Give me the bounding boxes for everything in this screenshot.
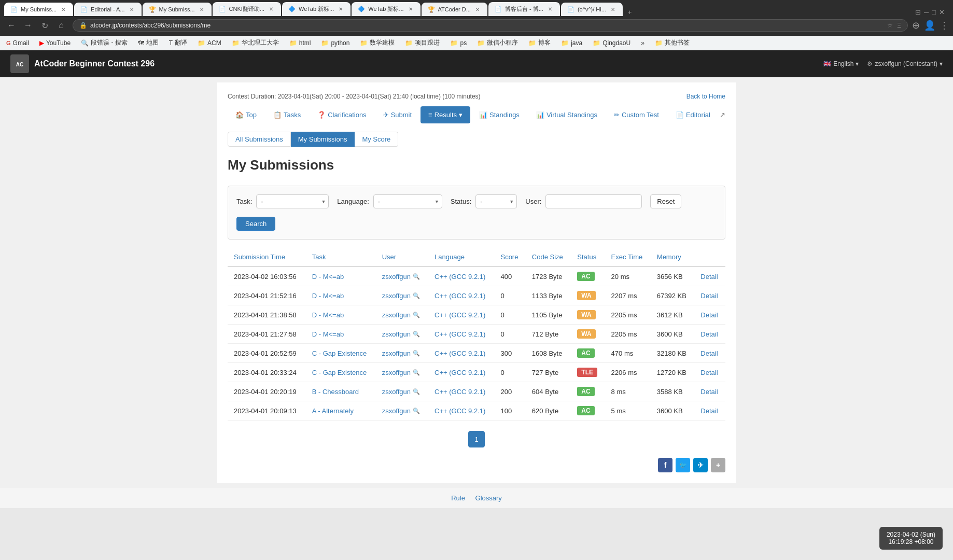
bookmark-python[interactable]: 📁 python [319,38,352,48]
reset-button[interactable]: Reset [650,194,681,208]
back-to-home-link[interactable]: Back to Home [686,93,725,100]
minimize-button[interactable]: ─ [924,8,929,16]
user-link[interactable]: zsxoffgun [382,311,411,319]
tab-close-button[interactable]: ✕ [60,6,67,13]
bookmark-blog[interactable]: 📁 博客 [526,37,553,48]
tab-editorial[interactable]: 📄 Editorial - A... ✕ [74,3,141,16]
bookmark-java[interactable]: 📁 java [559,38,584,48]
tab-wetab1[interactable]: 🔷 WeTab 新标... ✕ [282,2,351,16]
bookmark-more[interactable]: » [639,38,647,48]
user-filter-input[interactable] [545,194,642,208]
language-selector[interactable]: 🇬🇧 English ▾ [823,60,859,67]
tab-cnki[interactable]: 📄 CNKI翻译助... ✕ [213,2,281,16]
user-search-icon[interactable]: 🔍 [413,292,420,299]
detail-link[interactable]: Detail [700,330,718,338]
bookmark-ps[interactable]: 📁 ps [448,38,469,48]
task-link[interactable]: A - Alternately [312,407,354,415]
detail-link[interactable]: Detail [700,388,718,396]
user-link[interactable]: zsxoffgun [382,273,411,281]
nav-standings[interactable]: 📊 Standings [471,106,527,123]
language-link[interactable]: C++ (GCC 9.2.1) [435,369,485,376]
profile-button[interactable]: 👤 [924,20,935,31]
language-link[interactable]: C++ (GCC 9.2.1) [435,273,485,281]
nav-virtual-standings[interactable]: 📊 Virtual Standings [528,106,605,123]
language-filter-select[interactable]: - C++ (GCC 9.2.1) [373,194,442,208]
language-link[interactable]: C++ (GCC 9.2.1) [435,407,485,415]
page-1-button[interactable]: 1 [468,431,485,447]
bookmark-gmail[interactable]: G Gmail [4,38,31,48]
home-button[interactable]: ⌂ [54,18,68,33]
language-link[interactable]: C++ (GCC 9.2.1) [435,388,485,396]
new-tab-button[interactable]: + [624,8,636,16]
user-search-icon[interactable]: 🔍 [413,388,420,395]
footer-glossary-link[interactable]: Glossary [475,494,502,502]
bookmark-html[interactable]: 📁 html [287,38,313,48]
tab-hi[interactable]: 📄 (o^v^)/ Hi... ✕ [561,3,623,16]
user-search-icon[interactable]: 🔍 [413,408,420,414]
user-search-icon[interactable]: 🔍 [413,350,420,357]
tab-close-button[interactable]: ✕ [268,6,275,13]
menu-button[interactable]: ⋮ [940,20,949,31]
nav-editorial[interactable]: 📄 Editorial [668,106,718,123]
tab-close-button[interactable]: ✕ [337,6,344,13]
tab-close-button[interactable]: ✕ [407,6,414,13]
extensions-button[interactable]: ⊕ [912,20,920,31]
bookmark-search[interactable]: 🔍 段错误 - 搜索 [79,37,130,48]
bookmark-star-icon[interactable]: ☆ [887,22,893,29]
user-search-icon[interactable]: 🔍 [413,273,420,280]
detail-link[interactable]: Detail [700,311,718,319]
detail-link[interactable]: Detail [700,349,718,357]
bookmark-youtube[interactable]: ▶ YouTube [37,38,73,48]
search-button[interactable]: Search [236,217,275,231]
reader-mode-icon[interactable]: Ξ [897,22,901,29]
detail-link[interactable]: Detail [700,407,718,415]
refresh-button[interactable]: ↻ [37,18,52,33]
bookmark-university[interactable]: 📁 华北理工大学 [230,37,281,48]
close-window-button[interactable]: ✕ [939,8,945,16]
task-link[interactable]: D - M<=ab [312,311,344,319]
bookmark-wechat[interactable]: 📁 微信小程序 [475,37,520,48]
forward-button[interactable]: → [21,18,35,33]
tab-blog-admin[interactable]: 📄 博客后台 - 博... ✕ [488,2,560,16]
user-search-icon[interactable]: 🔍 [413,369,420,376]
nav-clarifications[interactable]: ❓ Clarifications [310,106,374,123]
nav-tasks[interactable]: 📋 Tasks [265,106,309,123]
status-filter-select[interactable]: - AC WA TLE RE CE [475,194,517,208]
tab-my-submissions[interactable]: 📄 My Submiss... ✕ [4,3,73,16]
detail-link[interactable]: Detail [700,273,718,281]
user-link[interactable]: zsxoffgun [382,349,411,357]
bookmark-maps[interactable]: 🗺 地图 [136,37,161,48]
tab-close-button[interactable]: ✕ [546,6,554,13]
footer-rule-link[interactable]: Rule [451,494,465,502]
atcoder-logo[interactable]: AC AtCoder Beginner Contest 296 [10,54,155,73]
back-button[interactable]: ← [4,18,19,33]
bookmark-acm[interactable]: 📁 ACM [195,38,223,48]
bookmark-math[interactable]: 📁 数学建模 [358,37,397,48]
task-link[interactable]: B - Chessboard [312,388,359,396]
twitter-share-button[interactable]: 🐦 [676,458,690,472]
bookmark-projects[interactable]: 📁 项目跟进 [403,37,442,48]
nav-custom-test[interactable]: ✏ Custom Test [606,106,667,123]
tab-atcoder-d[interactable]: 🏆 ATCoder D... ✕ [422,3,487,16]
tab-all-submissions[interactable]: All Submissions [228,132,291,147]
task-link[interactable]: D - M<=ab [312,330,344,338]
user-search-icon[interactable]: 🔍 [413,312,420,318]
task-link[interactable]: D - M<=ab [312,292,344,300]
telegram-share-button[interactable]: ✈ [693,458,708,472]
user-link[interactable]: zsxoffgun [382,292,411,300]
user-link[interactable]: zsxoffgun [382,388,411,396]
tab-close-button[interactable]: ✕ [128,6,135,13]
user-link[interactable]: zsxoffgun [382,369,411,376]
user-link[interactable]: zsxoffgun [382,330,411,338]
language-link[interactable]: C++ (GCC 9.2.1) [435,292,485,300]
tab-my-submissions[interactable]: My Submissions [291,132,355,147]
tab-my-submissions-2[interactable]: 🏆 My Submiss... ✕ [143,3,212,16]
tab-close-button[interactable]: ✕ [609,6,616,13]
language-link[interactable]: C++ (GCC 9.2.1) [435,311,485,319]
tab-list-button[interactable]: ⊞ [915,8,921,16]
tab-wetab2[interactable]: 🔷 WeTab 新标... ✕ [352,2,420,16]
user-search-icon[interactable]: 🔍 [413,331,420,338]
tab-my-score[interactable]: My Score [355,132,398,147]
bookmark-other[interactable]: 📁 其他书签 [653,37,692,48]
task-link[interactable]: C - Gap Existence [312,349,367,357]
